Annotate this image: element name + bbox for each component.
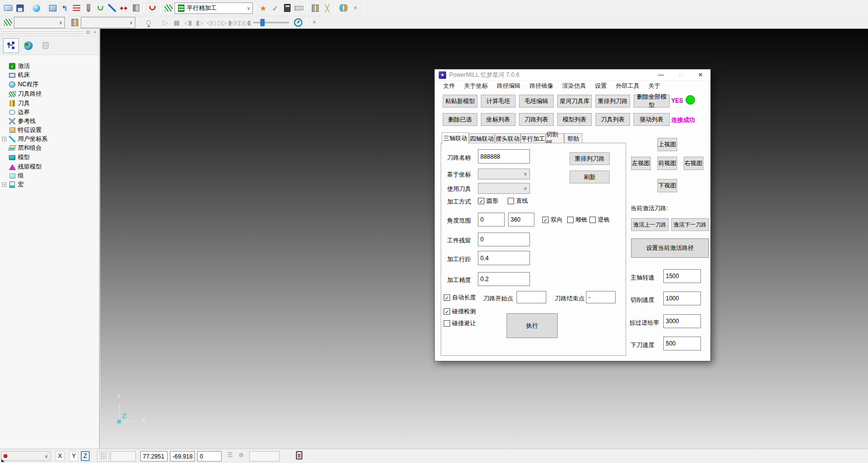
- minimize-button[interactable]: —: [651, 69, 671, 80]
- tool-arc-icon[interactable]: [146, 2, 158, 14]
- collision-avoid-checkbox[interactable]: 碰撞避让: [444, 319, 476, 328]
- drive-list-button[interactable]: 驱动列表: [634, 113, 670, 126]
- menu-path-mirror[interactable]: 路径镜像: [525, 82, 558, 90]
- stepover-input[interactable]: [478, 251, 530, 265]
- view-top-button[interactable]: 上视图: [657, 138, 677, 151]
- clock-icon[interactable]: [292, 16, 304, 28]
- bidirectional-checkbox[interactable]: ✓双向: [542, 216, 563, 224]
- skip-start-button[interactable]: ▮◁◁: [228, 19, 239, 26]
- tree-item-groups[interactable]: 组: [2, 172, 24, 180]
- tree-item-stock-models[interactable]: 残留模型: [2, 163, 42, 171]
- tree-item-tools[interactable]: 刀具: [2, 99, 30, 108]
- tool-pair-icon[interactable]: [309, 2, 321, 14]
- tree-item-workplanes[interactable]: +用户坐标系: [2, 135, 48, 143]
- menu-external-tools[interactable]: 外部工具: [611, 82, 644, 90]
- close-button[interactable]: ✕: [691, 69, 710, 80]
- end-point-input[interactable]: [586, 291, 616, 303]
- tab-3axis[interactable]: 三轴联动: [442, 132, 469, 144]
- auto-length-checkbox[interactable]: ✓自动长度: [444, 293, 476, 302]
- delete-selected-button[interactable]: 删除已选: [443, 113, 477, 126]
- tab-explorer-tree[interactable]: [3, 38, 19, 53]
- open-icon[interactable]: [2, 2, 14, 14]
- ruler-icon[interactable]: [293, 2, 305, 14]
- tree-item-patterns[interactable]: 参考线: [2, 117, 36, 125]
- close-toolbar-icon[interactable]: ×: [308, 16, 320, 28]
- coord-y-field[interactable]: -69.918: [170, 451, 195, 462]
- tree-item-levels-sets[interactable]: 层和组合: [2, 144, 42, 152]
- model-list-button[interactable]: 模型列表: [557, 113, 592, 126]
- tab-recycle-bin[interactable]: [38, 38, 54, 53]
- calculator-icon[interactable]: [281, 2, 293, 14]
- tool-pair-icon[interactable]: [69, 16, 81, 28]
- tab-4axis[interactable]: 四轴联动: [469, 133, 495, 144]
- move-cursor-icon[interactable]: ⊕: [238, 451, 244, 459]
- panel-gripper[interactable]: ⊡ ×: [0, 29, 99, 36]
- start-point-input[interactable]: [517, 291, 546, 303]
- collision-check-checkbox[interactable]: ✓碰撞检测: [444, 307, 476, 316]
- tab-saw[interactable]: 切割锯: [546, 133, 564, 144]
- stock-lines-icon[interactable]: [70, 2, 82, 14]
- tool-select-dropdown[interactable]: ∨: [81, 17, 135, 28]
- lightbulb-icon[interactable]: [142, 16, 154, 28]
- delete-all-models-button[interactable]: 删除全部模型: [634, 95, 670, 108]
- expander-icon[interactable]: +: [2, 182, 6, 187]
- rearrange-toolpath-button-2[interactable]: 重排列刀路: [570, 152, 610, 165]
- climb-mill-checkbox[interactable]: 顺铣: [567, 216, 587, 224]
- measure-field[interactable]: [249, 451, 280, 462]
- conventional-mill-checkbox[interactable]: 逆铣: [589, 216, 610, 224]
- tab-help[interactable]: 帮助: [564, 133, 582, 144]
- delete-tool-icon[interactable]: [130, 2, 142, 14]
- tree-item-activate[interactable]: ›激活: [2, 62, 30, 70]
- slider-thumb[interactable]: [260, 19, 265, 26]
- expander-icon[interactable]: +: [2, 137, 6, 141]
- skim-feed-input[interactable]: [663, 314, 701, 328]
- database-pair-icon[interactable]: [338, 2, 349, 14]
- toolpath-select-dropdown[interactable]: ∨: [14, 17, 65, 28]
- line-checkbox[interactable]: 直线: [508, 197, 528, 205]
- tree-item-nc-program[interactable]: NC程序: [2, 80, 38, 89]
- stock-remain-input[interactable]: [478, 232, 530, 246]
- view-bottom-button[interactable]: 下视图: [657, 179, 677, 192]
- toolpath-create-icon[interactable]: ↰: [58, 2, 70, 14]
- x-axis-button[interactable]: X: [56, 451, 64, 461]
- plunge-speed-input[interactable]: [663, 337, 701, 350]
- menu-render-sim[interactable]: 渲染仿真: [558, 82, 590, 90]
- close-panel-icon[interactable]: ×: [92, 29, 98, 35]
- rearrange-toolpath-button[interactable]: 重排列刀路: [595, 95, 630, 108]
- step-forward-button[interactable]: ▮▷: [193, 19, 205, 26]
- toolpath-spring-icon[interactable]: [2, 16, 14, 28]
- tree-item-machine[interactable]: 机床: [2, 71, 30, 79]
- tool-star-icon[interactable]: ★: [257, 2, 269, 14]
- view-left-button[interactable]: 左视图: [631, 157, 651, 170]
- tool-library-button[interactable]: 星河刀具库: [557, 95, 592, 108]
- clean-sphere-icon[interactable]: [30, 2, 42, 14]
- menu-settings[interactable]: 设置: [590, 82, 611, 90]
- angle-to-input[interactable]: [508, 213, 534, 227]
- rewind-button[interactable]: ◁◁: [205, 19, 216, 26]
- view-front-button[interactable]: 前视图: [657, 157, 677, 170]
- circle-checkbox[interactable]: ✓圆形: [478, 197, 498, 205]
- tree-item-models[interactable]: 模型: [2, 153, 30, 162]
- tab-parallel[interactable]: 平行加工: [521, 133, 546, 144]
- block-icon[interactable]: [47, 2, 58, 14]
- tree-item-feature-sets[interactable]: 特征设置: [2, 126, 42, 134]
- toolpath-list-button[interactable]: 刀路列表: [519, 113, 554, 126]
- stock-edit-button[interactable]: 毛坯编辑: [519, 95, 554, 108]
- tree-item-boundaries[interactable]: 边界: [2, 108, 30, 116]
- tree-item-toolpaths[interactable]: 刀具路径: [2, 90, 42, 98]
- toolpath-name-input[interactable]: [478, 149, 530, 164]
- float-panel-icon[interactable]: ⊡: [85, 29, 91, 35]
- dialog-titlebar[interactable]: ★ PowerMILL 忆梦星河 7.0.6 — □ ✕: [435, 69, 710, 81]
- menu-about[interactable]: 关于: [644, 82, 665, 90]
- tool-icon[interactable]: [82, 2, 94, 14]
- y-axis-button[interactable]: Y: [69, 451, 78, 461]
- z-axis-button[interactable]: Z: [81, 451, 90, 461]
- pause-device-icon[interactable]: [296, 451, 302, 460]
- angle-from-input[interactable]: [478, 213, 505, 227]
- based-coord-dropdown[interactable]: ∨: [478, 169, 530, 179]
- probe-dropdown[interactable]: ∨: [1, 451, 51, 461]
- menu-about-coords[interactable]: 关于坐标: [460, 82, 492, 90]
- activate-next-toolpath-button[interactable]: 激活下一刀路: [671, 218, 709, 231]
- tab-web[interactable]: [20, 38, 36, 53]
- tolerance-input[interactable]: [478, 272, 530, 286]
